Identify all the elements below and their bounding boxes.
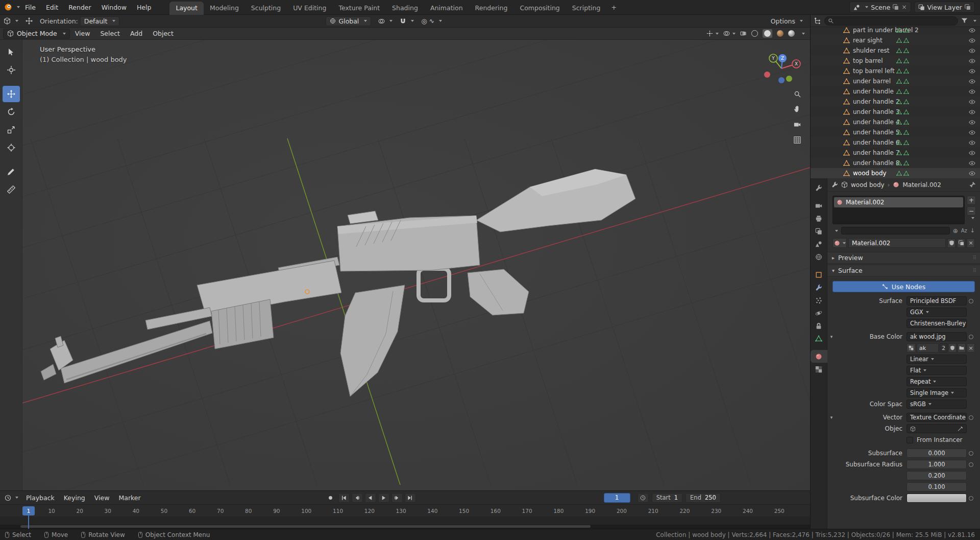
material-slot-row[interactable]: Material.002: [834, 197, 963, 207]
outliner-item[interactable]: rear sight: [811, 35, 980, 45]
auto-keying-clock-button[interactable]: [638, 493, 649, 503]
pan-hand-icon[interactable]: [794, 105, 801, 112]
tab-constraints[interactable]: [811, 319, 827, 332]
tab-material[interactable]: [811, 350, 827, 363]
outliner-item[interactable]: under handle 2: [811, 97, 980, 107]
outliner-item[interactable]: under handle 8: [811, 158, 980, 168]
unlink-button[interactable]: ×: [967, 343, 975, 353]
zoom-icon[interactable]: [794, 90, 801, 98]
extension-dropdown[interactable]: Repeat: [906, 377, 967, 386]
sort-alpha-icon[interactable]: Az: [961, 228, 967, 233]
image-users-count[interactable]: 2: [940, 343, 947, 353]
source-dropdown[interactable]: Single Image: [906, 388, 967, 397]
tab-texture[interactable]: [811, 363, 827, 375]
workspace-tab[interactable]: Animation: [424, 2, 469, 15]
pivot-point-button[interactable]: [375, 18, 396, 25]
outliner-item[interactable]: top barrel: [811, 56, 980, 66]
mode-dropdown[interactable]: Object Mode: [3, 29, 70, 39]
distribution-dropdown[interactable]: GGX: [906, 308, 967, 317]
timeline-editor-button[interactable]: [0, 495, 21, 501]
navigation-gizmo[interactable]: Y Z X: [757, 47, 806, 90]
workspace-tab[interactable]: Scripting: [566, 2, 607, 15]
eyedropper-icon[interactable]: [958, 426, 963, 432]
eye-icon[interactable]: [969, 88, 975, 95]
timeline-menu-item[interactable]: Playback: [21, 494, 59, 502]
eye-icon[interactable]: [969, 99, 975, 105]
jump-to-start-button[interactable]: [338, 493, 350, 503]
options-button[interactable]: Options: [767, 17, 810, 25]
topbar-menu-item[interactable]: Window: [96, 4, 132, 11]
tab-physics[interactable]: [811, 307, 827, 319]
material-slot-list[interactable]: Material.002: [832, 196, 965, 224]
outliner-item[interactable]: under handle 6: [811, 137, 980, 148]
unlink-button[interactable]: ×: [967, 239, 975, 248]
current-frame-field[interactable]: 1: [604, 493, 630, 503]
copy-icon[interactable]: [893, 4, 899, 10]
new-material-button[interactable]: [957, 239, 965, 248]
eye-icon[interactable]: [969, 119, 975, 126]
start-frame-field[interactable]: Start1: [652, 493, 682, 503]
workspace-tab[interactable]: Rendering: [469, 2, 514, 15]
outliner-item[interactable]: part in under barrel 2: [811, 25, 980, 35]
tab-scene[interactable]: [811, 238, 827, 250]
scene-selector[interactable]: Scene ×: [849, 2, 911, 13]
play-reverse-button[interactable]: [365, 493, 376, 503]
vector-field[interactable]: Texture Coordinate | ..: [906, 413, 967, 422]
browse-image-button[interactable]: [906, 343, 916, 353]
shading-solid-button[interactable]: [763, 29, 772, 38]
subsurface-method-dropdown[interactable]: Christensen-Burley: [906, 319, 967, 328]
playhead[interactable]: 1: [22, 506, 35, 515]
subsurface-color-field[interactable]: [906, 494, 967, 503]
jump-to-end-button[interactable]: [405, 493, 416, 503]
outliner-item[interactable]: shulder rest: [811, 45, 980, 56]
workspace-tab[interactable]: UV Editing: [287, 2, 332, 15]
eye-icon[interactable]: [969, 37, 975, 44]
copy-icon[interactable]: [965, 4, 971, 10]
record-button[interactable]: [325, 493, 336, 503]
annotate-tool[interactable]: [3, 163, 20, 180]
topbar-menu-item[interactable]: File: [20, 4, 41, 11]
eye-icon[interactable]: [969, 129, 975, 136]
slot-specials-icon[interactable]: [971, 217, 974, 219]
tab-particles[interactable]: [811, 294, 827, 307]
workspace-tab[interactable]: Compositing: [513, 2, 566, 15]
subsurface-radius-field-1[interactable]: 1.000: [906, 460, 967, 469]
outliner-item[interactable]: under handle: [811, 86, 980, 97]
list-filter-field[interactable]: [841, 227, 950, 234]
outliner-item[interactable]: under handle 7: [811, 148, 980, 158]
remove-slot-button[interactable]: −: [967, 206, 976, 216]
editor-type-button[interactable]: [0, 17, 22, 25]
eye-icon[interactable]: [969, 170, 975, 177]
shading-material-button[interactable]: [777, 30, 783, 37]
move-tool[interactable]: [3, 86, 20, 102]
xray-toggle[interactable]: [740, 30, 747, 37]
outliner-item[interactable]: top barrel left: [811, 66, 980, 76]
outliner-search-input[interactable]: [824, 16, 958, 26]
tab-output[interactable]: [811, 212, 827, 225]
active-tool-button[interactable]: [22, 17, 36, 25]
end-frame-field[interactable]: End250: [685, 493, 721, 503]
chevron-down-icon[interactable]: [835, 230, 838, 232]
expander-icon[interactable]: ▾: [827, 415, 836, 420]
select-box-tool[interactable]: [3, 44, 20, 60]
eye-icon[interactable]: [969, 58, 975, 64]
object-picker-field[interactable]: [906, 424, 967, 433]
transform-orientation-dropdown[interactable]: Global: [326, 16, 371, 26]
close-icon[interactable]: ×: [901, 4, 906, 11]
eye-icon[interactable]: [969, 68, 975, 75]
eye-icon[interactable]: [969, 78, 975, 85]
tab-world[interactable]: [811, 250, 827, 263]
viewport-3d[interactable]: User Perspective (1) Collection | wood b…: [0, 40, 810, 490]
interpolation-dropdown[interactable]: Linear: [906, 355, 967, 364]
workspace-tab[interactable]: Layout: [169, 2, 204, 15]
tab-modifiers[interactable]: [811, 281, 827, 294]
timeline-track-area[interactable]: [0, 516, 810, 525]
tab-object[interactable]: [811, 268, 827, 281]
panel-preview[interactable]: ▸ Preview ⠿: [827, 252, 980, 264]
browse-material-button[interactable]: [832, 238, 847, 248]
fake-user-button[interactable]: [947, 239, 955, 248]
breadcrumb-object[interactable]: wood body: [851, 181, 885, 189]
base-color-field[interactable]: ak wood.jpg: [906, 332, 967, 341]
timeline-menu-item[interactable]: Marker: [114, 494, 145, 502]
workspace-tab[interactable]: Modeling: [204, 2, 245, 15]
